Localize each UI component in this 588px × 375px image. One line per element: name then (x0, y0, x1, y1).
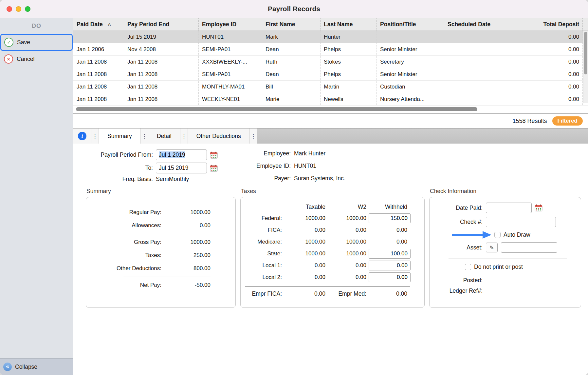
state-withheld-input[interactable] (369, 249, 411, 259)
cell-employee-id: XXXBIWEEKLY-... (199, 56, 262, 68)
table-row[interactable]: Jul 15 2019 HUNT01 Mark Hunter 0.00 (73, 31, 588, 43)
empr-fica-value: 0.00 (284, 287, 325, 300)
save-button[interactable]: ✓ Save (0, 34, 73, 51)
local2-taxable: 0.00 (284, 271, 325, 283)
federal-withheld-input[interactable] (369, 213, 411, 223)
federal-label: Federal: (245, 212, 282, 224)
tab-options-icon[interactable]: ⋮ (91, 128, 99, 144)
period-to-calendar-icon[interactable] (209, 164, 218, 172)
local2-withheld-input[interactable] (369, 272, 411, 282)
table-row[interactable]: Jan 1 2006 Nov 4 2008 SEMI-PA01 Dean Phe… (73, 43, 588, 56)
sidebar-header: DO (0, 23, 73, 34)
cell-scheduled-date (444, 43, 521, 55)
table-row[interactable]: Jan 11 2008 Jan 11 2008 XXXBIWEEKLY-... … (73, 56, 588, 68)
cell-total-deposit: 0.00 (521, 56, 583, 68)
employee-id-value: HUNT01 (294, 163, 345, 169)
cell-employee-id: MONTHLY-MA01 (199, 81, 262, 93)
cell-position-title: Senior Minister (377, 68, 444, 80)
gross-pay-value: 1000.00 (170, 239, 211, 246)
freq-basis-value: SemiMonthly (156, 176, 221, 183)
period-to-input[interactable] (156, 163, 207, 173)
auto-draw-checkbox[interactable] (494, 232, 501, 238)
cell-scheduled-date (444, 68, 521, 80)
collapse-sidebar-button[interactable]: « Collapse (0, 358, 73, 375)
cell-first-name: Dean (262, 68, 321, 80)
taxes-group-title: Taxes (241, 188, 425, 195)
column-header-scheduled-date[interactable]: Scheduled Date (444, 18, 521, 30)
date-paid-input[interactable] (486, 203, 532, 213)
check-information-title: Check Information (430, 188, 581, 195)
tab-other-deductions[interactable]: Other Deductions (188, 128, 250, 144)
cancel-button-label: Cancel (17, 56, 34, 63)
state-label: State: (245, 248, 282, 260)
column-header-paid-date[interactable]: Paid Date ^ (73, 18, 124, 30)
table-row[interactable]: Jan 11 2008 Jan 11 2008 MONTHLY-MA01 Bil… (73, 81, 588, 93)
cell-scheduled-date (444, 56, 521, 68)
cell-pay-period-end: Jul 15 2019 (124, 31, 199, 43)
w2-column-header: W2 (328, 201, 366, 212)
collapse-label: Collapse (15, 364, 37, 370)
pencil-icon: ✎ (489, 245, 494, 251)
cell-paid-date (73, 31, 124, 43)
horizontal-scrollbar-thumb[interactable] (76, 107, 477, 111)
column-header-first-name[interactable]: First Name (262, 18, 321, 30)
table-row[interactable]: Jan 11 2008 Jan 11 2008 WEEKLY-NE01 Mari… (73, 93, 588, 106)
cell-employee-id: HUNT01 (199, 31, 262, 43)
net-pay-value: -50.00 (170, 282, 211, 288)
employee-label: Employee: (245, 150, 294, 157)
local1-withheld-input[interactable] (369, 261, 411, 270)
filtered-badge[interactable]: Filtered (552, 116, 583, 126)
tab-options-icon[interactable]: ⋮ (180, 128, 188, 144)
cell-paid-date: Jan 11 2008 (73, 56, 124, 68)
medicare-withheld: 0.00 (369, 236, 411, 248)
column-header-employee-id[interactable]: Employee ID (199, 18, 262, 30)
cell-first-name: Mark (262, 31, 321, 43)
cell-last-name: Newells (321, 93, 377, 105)
cell-last-name: Phelps (321, 68, 377, 80)
cell-scheduled-date (444, 93, 521, 105)
column-header-position-title[interactable]: Position/Title (377, 18, 444, 30)
asset-label: Asset: (433, 244, 486, 251)
tab-options-icon[interactable]: ⋮ (141, 128, 148, 144)
check-number-input[interactable] (486, 217, 556, 227)
asset-picker-button[interactable]: ✎ (486, 243, 498, 252)
cell-employee-id: WEEKLY-NE01 (199, 93, 262, 105)
local2-w2: 0.00 (328, 271, 366, 283)
cell-total-deposit: 0.00 (521, 31, 583, 43)
date-paid-calendar-icon[interactable] (534, 204, 543, 212)
cell-total-deposit: 0.00 (521, 43, 583, 55)
tab-summary[interactable]: Summary (99, 128, 141, 144)
local1-label: Local 1: (245, 260, 282, 271)
do-not-print-label: Do not print or post (474, 264, 523, 270)
asset-input[interactable] (501, 242, 557, 253)
column-header-last-name[interactable]: Last Name (321, 18, 377, 30)
do-not-print-checkbox[interactable] (465, 264, 471, 270)
calendar-icon (535, 204, 542, 211)
column-header-pay-period-end[interactable]: Pay Period End (124, 18, 199, 30)
period-from-label: Payroll Period From: (86, 151, 156, 158)
action-sidebar: DO ✓ Save × Cancel « Collapse (0, 18, 73, 375)
vertical-scrollbar-thumb[interactable] (584, 32, 587, 74)
period-from-input[interactable]: Jul 1 2019 (156, 149, 207, 160)
medicare-w2: 1000.00 (328, 236, 366, 248)
tab-detail[interactable]: Detail (148, 128, 180, 144)
tab-options-icon[interactable]: ⋮ (250, 128, 257, 144)
table-row[interactable]: Jan 11 2008 Jan 11 2008 SEMI-PA01 Dean P… (73, 68, 588, 81)
fica-taxable: 0.00 (284, 224, 325, 236)
cell-employee-id: SEMI-PA01 (199, 43, 262, 55)
fica-withheld: 0.00 (369, 224, 411, 236)
ledger-ref-label: Ledger Ref#: (433, 287, 486, 294)
employee-value: Mark Hunter (294, 150, 345, 157)
cell-scheduled-date (444, 81, 521, 93)
federal-taxable: 1000.00 (284, 212, 325, 224)
cancel-button[interactable]: × Cancel (0, 51, 73, 67)
cell-total-deposit: 0.00 (521, 68, 583, 80)
info-icon[interactable]: i (78, 132, 86, 140)
medicare-label: Medicare: (245, 236, 282, 248)
column-header-total-deposit[interactable]: Total Deposit (521, 18, 583, 30)
cell-position-title: Senior Minister (377, 43, 444, 55)
cell-last-name: Hunter (321, 31, 377, 43)
posted-label: Posted: (433, 277, 486, 284)
period-from-calendar-icon[interactable] (209, 151, 218, 159)
calendar-icon (210, 165, 218, 172)
